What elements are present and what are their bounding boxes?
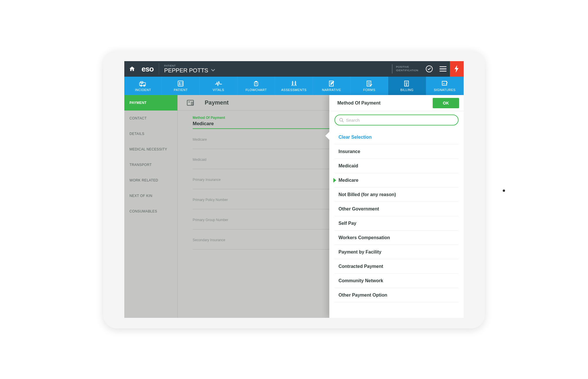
patient-label: PATIENT — [164, 64, 215, 67]
option-self-pay[interactable]: Self Pay — [334, 216, 459, 231]
sidebar-item-medical-necessity[interactable]: MEDICAL NECESSITY — [124, 142, 177, 157]
menu-button[interactable] — [436, 61, 450, 77]
hamburger-icon — [440, 66, 446, 71]
option-community-network[interactable]: Community Network — [334, 274, 459, 288]
tab-vitals[interactable]: VITALS — [200, 77, 237, 95]
tab-forms[interactable]: FORMS — [351, 77, 388, 95]
search-input[interactable] — [346, 118, 454, 123]
check-circle-button[interactable] — [422, 61, 436, 77]
tab-incident[interactable]: INCIDENT — [124, 77, 162, 95]
panel-caret-icon — [325, 132, 329, 140]
option-insurance[interactable]: Insurance — [334, 144, 459, 159]
option-contracted-payment[interactable]: Contracted Payment — [334, 259, 459, 274]
options-list: Clear Selection InsuranceMedicaidMedicar… — [329, 128, 464, 304]
home-icon — [129, 66, 135, 72]
svg-point-6 — [179, 82, 181, 84]
method-of-payment-panel: Method Of Payment OK Clear Selection Ins… — [329, 95, 464, 318]
positive-id-label: POSITIVE IDENTIFICATION — [392, 64, 422, 74]
ok-button[interactable]: OK — [433, 98, 459, 108]
search-icon — [339, 118, 344, 122]
sidebar-item-payment[interactable]: PAYMENT — [124, 95, 177, 111]
tab-patient[interactable]: PATIENT — [162, 77, 200, 95]
home-button[interactable] — [124, 61, 140, 77]
svg-point-9 — [292, 81, 293, 82]
option-other-government[interactable]: Other Government — [334, 202, 459, 216]
sidebar-item-details[interactable]: DETAILS — [124, 126, 177, 142]
alert-button[interactable] — [450, 61, 464, 77]
title-bar: eso PATIENT PEPPER POTTS POSITIVE IDENTI… — [124, 61, 464, 77]
option-medicare[interactable]: Medicare — [334, 173, 459, 187]
logo-text: eso — [140, 65, 159, 74]
tab-billing[interactable]: $BILLING — [388, 77, 426, 95]
option-workers-compensation[interactable]: Workers Compensation — [334, 231, 459, 245]
option-other-payment-option[interactable]: Other Payment Option — [334, 288, 459, 302]
screen: eso PATIENT PEPPER POTTS POSITIVE IDENTI… — [124, 61, 464, 318]
svg-point-16 — [340, 118, 343, 121]
sidebar: PAYMENTCONTACTDETAILSMEDICAL NECESSITYTR… — [124, 95, 178, 318]
tablet-frame: eso PATIENT PEPPER POTTS POSITIVE IDENTI… — [103, 51, 485, 328]
panel-title: Method Of Payment — [337, 100, 380, 106]
patient-name: PEPPER POTTS — [164, 67, 208, 74]
sidebar-item-next-of-kin[interactable]: NEXT OF KIN — [124, 188, 177, 204]
panel-header: Method Of Payment OK — [329, 95, 464, 111]
option-payment-by-facility[interactable]: Payment by Facility — [334, 245, 459, 259]
chevron-down-icon — [211, 69, 215, 72]
tab-signatures[interactable]: SIGNATURES — [426, 77, 464, 95]
sidebar-item-transport[interactable]: TRANSPORT — [124, 157, 177, 173]
tab-flowchart[interactable]: FLOWCHART — [237, 77, 275, 95]
search-box[interactable] — [334, 115, 459, 125]
nav-tabs: INCIDENTPATIENTVITALSFLOWCHARTASSESSMENT… — [124, 77, 464, 95]
svg-text:$: $ — [406, 83, 408, 86]
content-body: PAYMENTCONTACTDETAILSMEDICAL NECESSITYTR… — [124, 95, 464, 318]
sidebar-item-consumables[interactable]: CONSUMABLES — [124, 204, 177, 219]
tablet-home-dot — [503, 190, 505, 192]
sidebar-item-contact[interactable]: CONTACT — [124, 111, 177, 126]
clear-selection-option[interactable]: Clear Selection — [334, 130, 459, 144]
tab-assessments[interactable]: ASSESSMENTS — [275, 77, 313, 95]
patient-block[interactable]: PATIENT PEPPER POTTS — [159, 63, 215, 75]
check-circle-icon — [425, 65, 433, 73]
sidebar-item-work-related[interactable]: WORK RELATED — [124, 173, 177, 188]
svg-rect-15 — [442, 81, 447, 85]
option-medicaid[interactable]: Medicaid — [334, 159, 459, 173]
svg-rect-8 — [255, 81, 257, 82]
option-not-billed-for-any-reason-[interactable]: Not Billed (for any reason) — [334, 187, 459, 202]
tab-narrative[interactable]: NARRATIVE — [313, 77, 351, 95]
svg-point-10 — [295, 81, 296, 82]
bolt-icon — [454, 65, 460, 73]
